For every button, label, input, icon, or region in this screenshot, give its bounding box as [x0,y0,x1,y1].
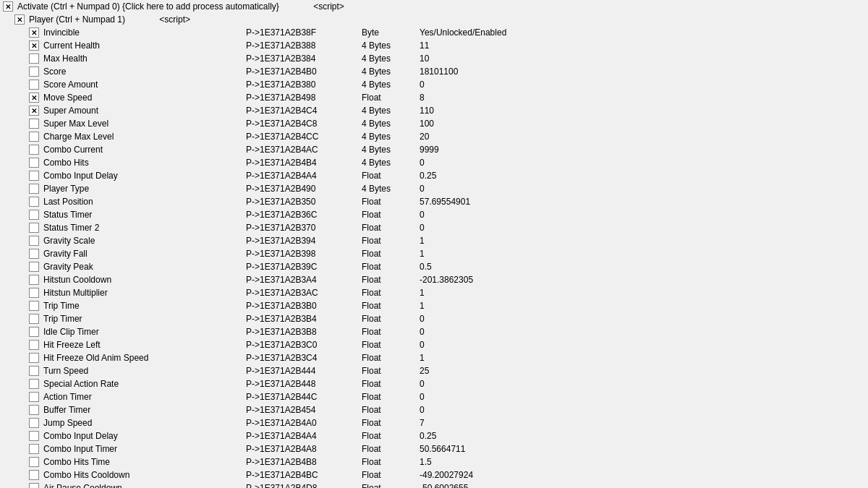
table-row[interactable]: Special Action RateP->1E371A2B448Float0 [0,377,868,390]
row-address: P->1E371A2B388 [246,40,362,51]
row-checkbox[interactable] [29,236,39,246]
activate-checkbox[interactable] [3,1,13,12]
row-checkbox[interactable] [29,405,39,415]
row-checkbox[interactable] [29,327,39,337]
table-row[interactable]: Trip TimerP->1E371A2B3B4Float0 [0,312,868,325]
row-value: 0 [420,314,865,324]
row-checkbox[interactable] [29,275,39,285]
row-type: Float [362,340,420,350]
row-name: Current Health [43,40,246,51]
table-row[interactable]: Current HealthP->1E371A2B3884 Bytes11 [0,39,868,52]
table-row[interactable]: Hit Freeze LeftP->1E371A2B3C0Float0 [0,338,868,351]
row-checkbox[interactable] [29,262,39,272]
row-value: 0 [420,80,865,90]
row-checkbox[interactable] [29,197,39,207]
row-checkbox[interactable] [29,249,39,259]
row-type: Float [362,379,420,389]
table-row[interactable]: Jump SpeedP->1E371A2B4A0Float7 [0,416,868,429]
row-checkbox[interactable] [29,314,39,324]
table-row[interactable]: Combo CurrentP->1E371A2B4AC4 Bytes9999 [0,143,868,156]
row-checkbox[interactable] [29,288,39,298]
table-row[interactable]: Turn SpeedP->1E371A2B444Float25 [0,364,868,377]
row-address: P->1E371A2B444 [246,366,362,376]
table-row[interactable]: Air Pause CooldownP->1E371A2B4D8Float-50… [0,481,868,488]
table-row[interactable]: Status Timer 2P->1E371A2B370Float0 [0,221,868,234]
row-checkbox[interactable] [29,457,39,467]
row-checkbox[interactable] [29,223,39,233]
table-row[interactable]: Super Max LevelP->1E371A2B4C84 Bytes100 [0,117,868,130]
row-checkbox[interactable] [29,132,39,142]
row-address: P->1E371A2B4D8 [246,483,362,488]
table-row[interactable]: Combo Hits TimeP->1E371A2B4B8Float1.5 [0,455,868,468]
row-name: Hit Freeze Old Anim Speed [43,353,246,363]
row-checkbox[interactable] [29,80,39,90]
row-checkbox[interactable] [29,158,39,168]
row-checkbox[interactable] [29,353,39,363]
activate-row[interactable]: Activate (Ctrl + Numpad 0) {Click here t… [0,0,868,13]
row-checkbox[interactable] [29,171,39,181]
table-row[interactable]: Action TimerP->1E371A2B44CFloat0 [0,390,868,403]
table-row[interactable]: Last PositionP->1E371A2B350Float57.69554… [0,195,868,208]
player-script: <script> [125,14,197,25]
table-row[interactable]: Combo HitsP->1E371A2B4B44 Bytes0 [0,156,868,169]
row-value: 0 [420,379,865,389]
row-address: P->1E371A2B4CC [246,132,362,142]
row-checkbox[interactable] [29,184,39,194]
table-row[interactable]: Combo Hits CooldownP->1E371A2B4BCFloat-4… [0,468,868,481]
table-row[interactable]: Gravity ScaleP->1E371A2B394Float1 [0,234,868,247]
table-row[interactable]: Gravity FallP->1E371A2B398Float1 [0,247,868,260]
row-checkbox[interactable] [29,483,39,488]
row-checkbox[interactable] [29,379,39,389]
table-row[interactable]: Combo Input DelayP->1E371A2B4A4Float0.25 [0,169,868,182]
row-value: 8 [420,93,865,103]
row-name: Super Amount [43,106,246,116]
row-checkbox[interactable] [29,210,39,220]
row-checkbox[interactable] [29,301,39,311]
table-row[interactable]: Hitstun MultiplierP->1E371A2B3ACFloat1 [0,286,868,299]
table-row[interactable]: Player TypeP->1E371A2B4904 Bytes0 [0,182,868,195]
table-row[interactable]: Max HealthP->1E371A2B3844 Bytes10 [0,52,868,65]
row-type: 4 Bytes [362,119,420,129]
row-checkbox[interactable] [29,119,39,129]
row-checkbox[interactable] [29,67,39,77]
row-checkbox[interactable] [29,27,39,38]
row-checkbox[interactable] [29,145,39,155]
row-checkbox[interactable] [29,106,39,116]
row-type: 4 Bytes [362,67,420,77]
row-checkbox[interactable] [29,431,39,441]
row-checkbox[interactable] [29,40,39,51]
row-checkbox[interactable] [29,366,39,376]
row-name: Hitstun Cooldown [43,275,246,285]
table-row[interactable]: Combo Input DelayP->1E371A2B4A4Float0.25 [0,429,868,442]
table-row[interactable]: Buffer TimerP->1E371A2B454Float0 [0,403,868,416]
row-name: Gravity Peak [43,262,246,272]
row-checkbox[interactable] [29,93,39,103]
table-row[interactable]: Idle Clip TimerP->1E371A2B3B8Float0 [0,325,868,338]
player-checkbox[interactable] [14,14,25,25]
table-row[interactable]: Status TimerP->1E371A2B36CFloat0 [0,208,868,221]
table-row[interactable]: Move SpeedP->1E371A2B498Float8 [0,91,868,104]
table-row[interactable]: Trip TimeP->1E371A2B3B0Float1 [0,299,868,312]
table-row[interactable]: Gravity PeakP->1E371A2B39CFloat0.5 [0,260,868,273]
row-checkbox[interactable] [29,444,39,454]
table-row[interactable]: Super AmountP->1E371A2B4C44 Bytes110 [0,104,868,117]
player-section-header[interactable]: Player (Ctrl + Numpad 1) <script> [0,13,868,26]
table-row[interactable]: Combo Input TimerP->1E371A2B4A8Float50.5… [0,442,868,455]
table-row[interactable]: Hitstun CooldownP->1E371A2B3A4Float-201.… [0,273,868,286]
table-row[interactable]: Hit Freeze Old Anim SpeedP->1E371A2B3C4F… [0,351,868,364]
row-type: 4 Bytes [362,145,420,155]
table-row[interactable]: Charge Max LevelP->1E371A2B4CC4 Bytes20 [0,130,868,143]
row-type: Float [362,327,420,337]
row-checkbox[interactable] [29,340,39,350]
table-row[interactable]: InvincibleP->1E371A2B38FByteYes/Unlocked… [0,26,868,39]
table-row[interactable]: Score AmountP->1E371A2B3804 Bytes0 [0,78,868,91]
row-address: P->1E371A2B370 [246,223,362,233]
row-value: 0 [420,392,865,402]
row-checkbox[interactable] [29,418,39,428]
main-container: Activate (Ctrl + Numpad 0) {Click here t… [0,0,868,488]
row-checkbox[interactable] [29,392,39,402]
row-address: P->1E371A2B4B4 [246,158,362,168]
row-checkbox[interactable] [29,53,39,64]
table-row[interactable]: ScoreP->1E371A2B4B04 Bytes18101100 [0,65,868,78]
row-checkbox[interactable] [29,470,39,480]
